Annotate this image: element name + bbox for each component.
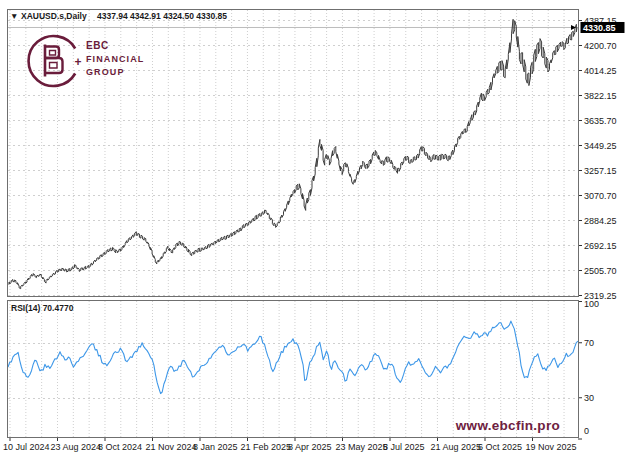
- trading-chart: 4387.154200.704014.253822.153635.703449.…: [0, 0, 625, 465]
- chart-window: 4387.154200.704014.253822.153635.703449.…: [0, 0, 625, 465]
- price-plot-area[interactable]: [8, 10, 578, 296]
- time-scale-area[interactable]: [8, 438, 578, 454]
- rsi-plot-area[interactable]: [8, 301, 578, 437]
- price-scale-area[interactable]: [579, 10, 625, 437]
